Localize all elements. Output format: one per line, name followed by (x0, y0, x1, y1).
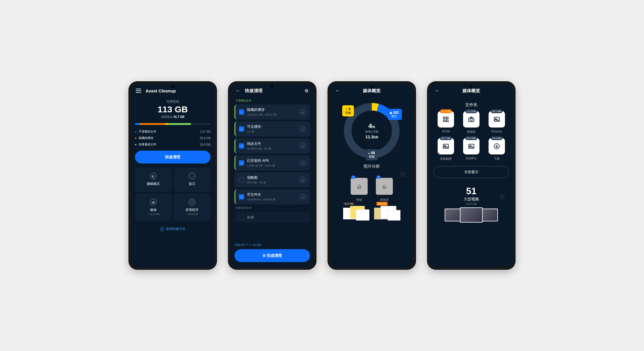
chevron-down-icon[interactable]: ⌄ (299, 125, 306, 133)
checkbox[interactable] (239, 126, 244, 132)
page-title: 媒体概览 (444, 88, 499, 94)
camera-notch (470, 85, 472, 88)
screen-home: Avast Cleanup 可用空间 113 GB 清理高达 41.7 GB 不… (129, 82, 216, 269)
clean-item[interactable]: 已安装的 APK1.45/1.45 GB · 14/14 项⌄ (234, 155, 310, 171)
storage-bar (135, 123, 210, 125)
checkbox[interactable] (239, 215, 244, 220)
app-title: Avast Cleanup (145, 88, 210, 93)
back-icon[interactable]: ← (235, 88, 241, 94)
selection-info: 已选 131 个 ( > 18 GB) (234, 243, 310, 247)
clean-item[interactable]: 缩略图0/27 MB · 0/3 项⌄ (234, 172, 310, 187)
checkbox[interactable] (239, 177, 244, 183)
camera-notch (371, 85, 373, 88)
clean-item[interactable]: 可见缓存1/1 项⌄ (234, 121, 310, 137)
folders-title: 文件夹 (434, 102, 509, 108)
bad-quality-photos[interactable]: 0 质量差 (376, 173, 393, 202)
quick-clean-button[interactable]: 快速清理 (135, 151, 210, 164)
tile-icon: ❐ (189, 199, 195, 205)
checkbox[interactable] (239, 160, 244, 166)
screen-media-overview: ← 媒体概览 ♫ 4音频 ▣ 381照片 4% 媒体占用量 11.5GB ▸ 5… (328, 82, 415, 269)
clean-item[interactable]: 残余文件20.5/20.5 kB · 1/1 项⌄ (234, 138, 310, 154)
checkbox[interactable] (239, 194, 244, 199)
tile-应用程序[interactable]: ❐应用程序+ 99.8 GB (174, 194, 210, 221)
svg-rect-6 (446, 120, 448, 122)
info-icon[interactable]: i (401, 173, 405, 177)
folder-屏幕截图[interactable]: 55.7 MB屏幕截图 (435, 138, 457, 161)
legend-row: 待查看的文件19.6 GB (135, 142, 210, 147)
videos-callout[interactable]: ▸ 58视频 (366, 149, 378, 160)
available-space: 可用空间 113 GB 清理高达 41.7 GB (135, 99, 210, 119)
svg-point-8 (470, 118, 472, 121)
screen-media-folders: ← 媒体概览 文件夹i 11.4 GBDCIM11.3 GB照相机63.1 MB… (428, 82, 515, 269)
legend-row: 隐藏的缓存20.6 GB (135, 136, 210, 140)
camera-notch (172, 85, 174, 88)
chevron-down-icon[interactable]: ⌄ (299, 108, 306, 116)
chevron-down-icon[interactable]: ⌄ (299, 159, 306, 167)
tile-icon: ○ (189, 173, 195, 179)
page-title: 媒体概览 (345, 88, 399, 94)
clean-item[interactable]: 标榜 (234, 212, 310, 223)
tile-提示[interactable]: ○提示 (174, 168, 210, 192)
svg-rect-3 (443, 117, 445, 119)
photo-analysis-title: 照片分析 (334, 164, 410, 169)
svg-rect-5 (443, 120, 445, 122)
collage-2[interactable]: 448 MB (374, 204, 400, 222)
menu-icon[interactable] (136, 88, 141, 94)
chevron-down-icon[interactable]: ⌄ (299, 142, 306, 150)
folder-照相机[interactable]: 11.3 GB照相机 (461, 111, 482, 134)
page-title: 快速清理 (245, 88, 299, 94)
legend-row: 不需要的文件1.47 GB (135, 130, 210, 134)
back-icon[interactable]: ← (335, 88, 340, 94)
settings-icon[interactable]: ⚙ (304, 88, 309, 94)
similar-photos[interactable]: 0 相似 (351, 173, 368, 202)
tile-媒体[interactable]: ▣媒体+ 11.5 GB (135, 194, 172, 221)
section-unneeded: 不需要的文件 (236, 99, 310, 103)
checkbox[interactable] (239, 109, 244, 115)
screen-quick-clean: ← 快速清理 ⚙ 不需要的文件 隐藏的缓存16.5/20.6 GB · 10/1… (229, 82, 316, 269)
tile-icon: ◐ (150, 173, 157, 179)
camera-notch (271, 85, 273, 88)
back-icon[interactable]: ← (434, 88, 440, 94)
add-shortcut-link[interactable]: +添加快捷方式 (135, 227, 210, 231)
tile-icon: ▣ (150, 199, 157, 205)
finish-clean-button[interactable]: 完成清理 (234, 249, 310, 262)
large-videos[interactable]: 51 大型视频 10.9 GB (434, 186, 509, 206)
folder-DCIM[interactable]: 11.4 GBDCIM (435, 111, 457, 134)
chevron-down-icon[interactable]: ⌄ (299, 176, 306, 184)
video-thumbnails[interactable] (434, 209, 509, 223)
folder-ShellPro[interactable]: 52.3 MBShellPro (461, 138, 482, 161)
chevron-down-icon[interactable]: ⌄ (299, 193, 306, 201)
tile-睡眠模式[interactable]: ◐睡眠模式 (135, 168, 172, 192)
clean-item[interactable]: 隐藏的缓存16.5/20.6 GB · 10/142 项⌄ (234, 104, 310, 120)
media-donut: ♫ 4音频 ▣ 381照片 4% 媒体占用量 11.5GB ▸ 58视频 (344, 103, 400, 159)
legend: 不需要的文件1.47 GB隐藏的缓存20.6 GB待查看的文件19.6 GB (135, 130, 210, 147)
svg-rect-4 (446, 117, 448, 119)
info-icon[interactable]: i (500, 195, 504, 199)
collage-1[interactable]: 20.2 MB (343, 204, 369, 222)
folder-Pictures[interactable]: 63.1 MBPictures (486, 111, 507, 134)
clean-item[interactable]: 空文件夹430/430 kB · 105/105 项⌄ (234, 189, 310, 204)
checkbox[interactable] (239, 143, 244, 149)
folder-下载[interactable]: 33.9 MB下载 (486, 138, 507, 161)
show-all-button[interactable]: 全部显示 (434, 166, 509, 178)
section-review: 待查看的文件 (236, 206, 310, 210)
